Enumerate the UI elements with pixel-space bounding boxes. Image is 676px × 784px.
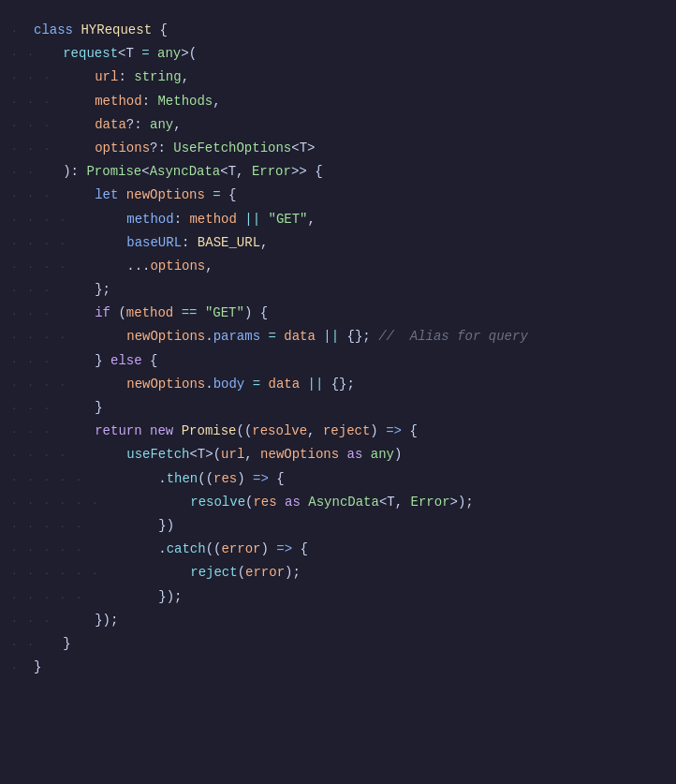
code-text: method: Methods, [64,90,665,113]
code-line: · · · options?: UseFetchOptions<T> [0,137,676,160]
code-line: · · · · · }) [0,514,676,538]
code-text: useFetch<T>(url, newOptions as any) [80,443,665,466]
code-text: options?: UseFetchOptions<T> [64,137,665,160]
code-text: } [34,656,665,679]
code-line: · } [0,656,676,679]
indent-dots: · · · · · [11,541,92,560]
code-line: · · · return new Promise((resolve, rejec… [0,420,676,443]
code-line: · · } [0,632,676,656]
indent-dots: · · · · [11,235,76,254]
indent-dots: · · · [11,282,60,301]
code-text: data?: any, [64,113,665,137]
indent-dots: · · · [11,305,60,324]
indent-dots: · · · [11,613,60,631]
indent-dots: · · · [11,353,60,372]
code-line: · · ): Promise<AsyncData<T, Error>> { [0,160,676,184]
code-text: .catch((error) => { [96,538,665,561]
code-text: baseURL: BASE_URL, [80,231,665,255]
code-text: if (method == "GET") { [64,302,665,325]
indent-dots: · · · · [11,377,76,395]
code-line: · · · · · .catch((error) => { [0,538,676,561]
code-line: · · · · ...options, [0,255,676,278]
code-text: }; [64,278,665,302]
code-text: resolve(res as AsyncData<T, Error>); [111,491,665,514]
code-text: }); [96,585,665,609]
code-text: url: string, [64,66,665,89]
code-text: ...options, [80,255,665,278]
code-line: · · · url: string, [0,66,676,89]
code-line: · · · }; [0,278,676,302]
code-line: · · · · · }); [0,585,676,609]
code-text: newOptions.params = data || {}; // Alias… [80,325,665,348]
code-text: ): Promise<AsyncData<T, Error>> { [47,160,665,184]
indent-dots: · · · [11,141,60,159]
code-text: }); [64,609,665,632]
code-text: } [47,632,665,656]
code-text: method: method || "GET", [80,208,665,231]
code-line: · · · · · · resolve(res as AsyncData<T, … [0,491,676,514]
code-line: · · · } else { [0,349,676,373]
indent-dots: · · · [11,400,60,419]
code-line: · · · · newOptions.body = data || {}; [0,373,676,396]
indent-dots: · · [11,636,43,655]
indent-dots: · · · · · [11,589,92,608]
indent-dots: · · · [11,423,60,442]
code-text: reject(error); [111,561,665,584]
indent-dots: · · · · · [11,518,92,537]
indent-dots: · · · · [11,447,76,466]
code-line: · class HYRequest { [0,19,676,42]
indent-dots: · · · · [11,259,76,277]
indent-dots: · · · · [11,212,76,230]
code-line: · · · method: Methods, [0,90,676,113]
code-text: }) [96,514,665,538]
code-text: class HYRequest { [34,19,665,42]
code-line: · · · · newOptions.params = data || {}; … [0,325,676,348]
code-container: · class HYRequest { · · request<T = any>… [0,11,676,687]
code-line: · · request<T = any>( [0,42,676,66]
indent-dots: · · [11,46,43,65]
code-line: · · · } [0,396,676,420]
code-text: } [64,396,665,420]
code-line: · · · if (method == "GET") { [0,302,676,325]
code-text: return new Promise((resolve, reject) => … [64,420,665,443]
code-line: · · · }); [0,609,676,632]
code-line: · · · · · · reject(error); [0,561,676,584]
indent-dots: · · · · · [11,471,92,490]
indent-dots: · · · · · · [11,495,108,513]
code-text: request<T = any>( [47,42,665,66]
indent-dots: · · · [11,69,60,88]
indent-dots: · [11,659,30,678]
indent-dots: · · · · · · [11,565,108,584]
indent-dots: · [11,22,30,41]
indent-dots: · · [11,164,43,183]
indent-dots: · · · · [11,329,76,348]
code-line: · · · · · .then((res) => { [0,467,676,491]
code-line: · · · · baseURL: BASE_URL, [0,231,676,255]
indent-dots: · · · [11,187,60,206]
code-line: · · · · useFetch<T>(url, newOptions as a… [0,443,676,466]
code-text: newOptions.body = data || {}; [80,373,665,396]
code-line: · · · · method: method || "GET", [0,208,676,231]
code-line: · · · let newOptions = { [0,184,676,207]
code-line: · · · data?: any, [0,113,676,137]
indent-dots: · · · [11,94,60,112]
indent-dots: · · · [11,117,60,136]
code-text: } else { [64,349,665,373]
code-text: .then((res) => { [96,467,665,491]
code-text: let newOptions = { [64,184,665,207]
